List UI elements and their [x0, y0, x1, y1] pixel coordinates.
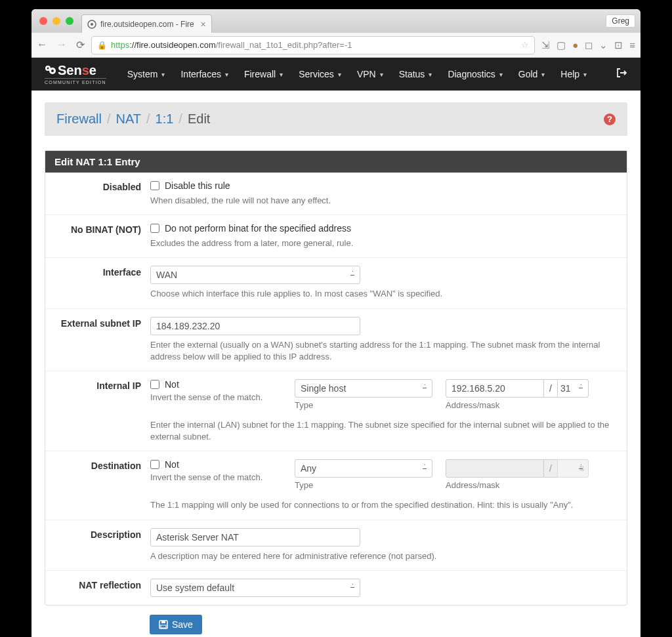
nav-gold[interactable]: Gold: [512, 65, 552, 83]
forward-icon[interactable]: →: [56, 39, 67, 51]
input-internal-address[interactable]: [446, 379, 544, 398]
label-internal: Internal IP: [45, 379, 150, 443]
close-window-icon[interactable]: [39, 17, 47, 25]
label-destination: Destination: [45, 459, 150, 511]
tab-close-icon[interactable]: ×: [201, 19, 206, 30]
reload-icon[interactable]: ⟳: [76, 39, 85, 51]
browser-tab[interactable]: fire.outsideopen.com - Fire ×: [81, 14, 212, 33]
nav-diagnostics[interactable]: Diagnostics: [441, 65, 509, 83]
save-button[interactable]: Save: [150, 615, 202, 634]
breadcrumb-edit: Edit: [188, 112, 210, 127]
logout-icon[interactable]: [616, 67, 627, 81]
logo-text-accent: s: [82, 63, 89, 77]
breadcrumb-1to1[interactable]: 1:1: [156, 112, 174, 127]
bookmark-icon[interactable]: ☆: [521, 40, 529, 50]
extension-icons: ⇲ ▢ ● ◻ ⌄ ⊡ ≡: [541, 39, 635, 51]
slash-sep: /: [544, 379, 557, 398]
logo-icon: [45, 64, 56, 76]
nav-system[interactable]: System: [121, 65, 172, 83]
label-natreflection: NAT reflection: [45, 579, 150, 597]
ext-icon[interactable]: ⊡: [614, 39, 623, 51]
nav-help[interactable]: Help: [554, 65, 593, 83]
sublabel-destination-type: Type: [295, 480, 432, 490]
nav-firewall[interactable]: Firewall: [238, 65, 289, 83]
tab-title: fire.outsideopen.com - Fire: [100, 20, 194, 29]
input-description[interactable]: [150, 528, 360, 546]
slash-sep: /: [544, 459, 557, 478]
browser-profile[interactable]: Greg: [606, 14, 635, 28]
help-interface: Choose which interface this rule applies…: [150, 288, 618, 300]
breadcrumb-sep: /: [107, 112, 111, 127]
url-protocol: https: [111, 40, 129, 50]
sublabel-internal-type: Type: [295, 400, 432, 410]
ext-icon[interactable]: ●: [572, 39, 578, 51]
checkbox-destination-not-text: Not: [165, 459, 179, 470]
label-external: External subnet IP: [45, 317, 150, 363]
help-destination-not: Invert the sense of the match.: [150, 472, 282, 482]
help-disabled: When disabled, the rule will not have an…: [150, 195, 618, 207]
help-internal: Enter the internal (LAN) subnet for the …: [150, 419, 618, 443]
menu-icon[interactable]: ≡: [629, 39, 635, 51]
checkbox-internal-not-text: Not: [165, 379, 179, 390]
checkbox-destination-not[interactable]: [150, 460, 159, 469]
select-natreflection[interactable]: Use system default: [150, 579, 360, 597]
logo-subtitle: COMMUNITY EDITION: [45, 78, 106, 85]
form-panel: Edit NAT 1:1 Entry Disabled Disable this…: [45, 150, 627, 606]
label-description: Description: [45, 528, 150, 562]
back-icon[interactable]: ←: [37, 39, 47, 51]
ext-icon[interactable]: ◻: [585, 39, 593, 51]
svg-rect-8: [161, 625, 166, 628]
label-disabled: Disabled: [45, 180, 150, 207]
window-controls: [37, 9, 81, 33]
sublabel-destination-addr: Address/mask: [446, 480, 589, 490]
breadcrumb-firewall[interactable]: Firewall: [56, 112, 102, 127]
label-nobinat: No BINAT (NOT): [45, 223, 150, 249]
minimize-window-icon[interactable]: [52, 17, 60, 25]
ext-icon[interactable]: ⇲: [541, 39, 550, 51]
url-host: ://fire.outsideopen.com: [129, 40, 216, 50]
svg-rect-7: [161, 621, 165, 623]
breadcrumb-sep: /: [146, 112, 150, 127]
checkbox-disabled-text: Disable this rule: [165, 180, 230, 191]
help-nobinat: Excludes the address from a later, more …: [150, 237, 618, 249]
save-icon: [159, 620, 168, 629]
help-destination: The 1:1 mapping will only be used for co…: [150, 499, 618, 511]
favicon-icon: [87, 20, 96, 29]
browser-toolbar: ← → ⟳ 🔒 https://fire.outsideopen.com/fir…: [32, 33, 640, 58]
save-label: Save: [172, 619, 193, 630]
select-interface[interactable]: WAN: [150, 266, 360, 284]
input-destination-address: [446, 459, 544, 478]
logo-text: e: [89, 63, 96, 77]
nav-vpn[interactable]: VPN: [350, 65, 390, 83]
browser-tab-bar: fire.outsideopen.com - Fire × Greg: [32, 9, 640, 33]
panel-title: Edit NAT 1:1 Entry: [45, 151, 627, 173]
select-internal-mask[interactable]: 31: [557, 379, 589, 398]
nav-interfaces[interactable]: Interfaces: [174, 65, 234, 83]
select-destination-type[interactable]: Any: [295, 459, 432, 478]
svg-point-1: [91, 23, 93, 26]
breadcrumb-nat[interactable]: NAT: [116, 112, 141, 127]
input-external-ip[interactable]: [150, 317, 360, 335]
nav-services[interactable]: Services: [292, 65, 348, 83]
checkbox-disabled[interactable]: [150, 181, 159, 190]
help-external: Enter the external (usually on a WAN) su…: [150, 339, 618, 363]
address-bar[interactable]: 🔒 https://fire.outsideopen.com/firewall_…: [91, 36, 535, 54]
app-navbar: Sense COMMUNITY EDITION System Interface…: [32, 58, 640, 91]
cast-icon[interactable]: ▢: [556, 39, 566, 51]
ext-icon[interactable]: ⌄: [599, 39, 608, 51]
checkbox-internal-not[interactable]: [150, 380, 159, 389]
sublabel-internal-addr: Address/mask: [446, 400, 589, 410]
logo-text: Sen: [58, 63, 82, 77]
help-internal-not: Invert the sense of the match.: [150, 392, 282, 402]
checkbox-nobinat[interactable]: [150, 224, 159, 233]
maximize-window-icon[interactable]: [66, 17, 74, 25]
select-internal-type[interactable]: Single host: [295, 379, 432, 398]
nav-status[interactable]: Status: [392, 65, 439, 83]
lock-icon: 🔒: [97, 41, 107, 50]
breadcrumb: Firewall / NAT / 1:1 / Edit ?: [45, 102, 627, 136]
label-interface: Interface: [45, 266, 150, 300]
help-icon[interactable]: ?: [604, 113, 616, 125]
logo[interactable]: Sense COMMUNITY EDITION: [45, 64, 106, 85]
url-path: /firewall_nat_1to1_edit.php?after=-1: [216, 40, 352, 50]
breadcrumb-sep: /: [178, 112, 182, 127]
